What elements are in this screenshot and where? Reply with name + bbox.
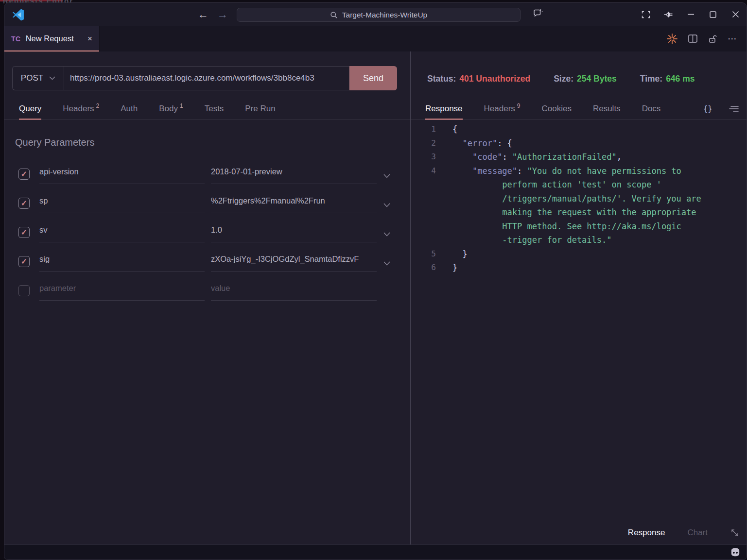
param-name-field[interactable]: sig bbox=[39, 251, 205, 272]
code-line: HTTP method. See http://aka.ms/logic bbox=[411, 220, 747, 234]
tab-label: Auth bbox=[121, 104, 138, 114]
response-panel: Status: 401 Unauthorized Size: 254 Bytes… bbox=[411, 51, 747, 545]
code-line: making the request with the appropriate bbox=[411, 205, 747, 220]
status-bar bbox=[4, 544, 747, 560]
response-tab-headers[interactable]: Headers9 bbox=[484, 98, 521, 119]
code-line: 2 "error": { bbox=[411, 136, 747, 151]
more-actions-icon[interactable]: ⋯ bbox=[728, 33, 738, 44]
method-label: POST bbox=[21, 73, 43, 83]
code-line: /triggers/manual/paths/'. Verify you are bbox=[411, 192, 747, 206]
code-text: making the request with the appropriate bbox=[436, 205, 696, 220]
tab-label: Headers bbox=[63, 104, 94, 114]
query-param-row: ✓sp%2Ftriggers%2Fmanual%2Frun bbox=[4, 188, 410, 218]
param-value: 2018-07-01-preview bbox=[211, 164, 282, 176]
response-tab-results[interactable]: Results bbox=[593, 98, 621, 119]
code-line: 1{ bbox=[411, 122, 747, 136]
param-name-field[interactable]: sp bbox=[39, 193, 205, 213]
param-checkbox-checked[interactable]: ✓ bbox=[18, 169, 30, 180]
param-name-field[interactable]: parameter bbox=[39, 280, 205, 301]
query-param-row: ✓api-version2018-07-01-preview bbox=[4, 159, 410, 188]
close-button[interactable] bbox=[724, 3, 747, 26]
code-text: /triggers/manual/paths/'. Verify you are bbox=[436, 192, 701, 206]
request-tab-body[interactable]: Body1 bbox=[159, 98, 183, 119]
tab-count-badge: 1 bbox=[180, 102, 183, 109]
response-tabs: ResponseHeaders9CookiesResultsDocs {} bbox=[411, 98, 747, 120]
line-number: 5 bbox=[411, 247, 436, 261]
chevron-down-icon[interactable] bbox=[383, 199, 390, 207]
code-text: perform action 'test' on scope ' bbox=[436, 178, 661, 192]
param-checkbox-checked[interactable]: ✓ bbox=[18, 256, 30, 267]
footer-chart-toggle[interactable]: Chart bbox=[687, 528, 708, 538]
request-panel: POST Send QueryHeaders2AuthBody1TestsPre… bbox=[4, 51, 410, 545]
param-name-field[interactable]: sv bbox=[39, 222, 205, 242]
param-value-field[interactable]: zXOa-jsiYg_-I3CjOGdZyl_SnamtaDfizzvF bbox=[211, 251, 377, 272]
editor-tab-new-request[interactable]: TC New Request × bbox=[4, 26, 100, 51]
tab-label: Docs bbox=[642, 104, 661, 114]
request-tab-query[interactable]: Query bbox=[19, 98, 41, 119]
footer-response-toggle[interactable]: Response bbox=[628, 528, 665, 538]
param-value-field[interactable]: %2Ftriggers%2Fmanual%2Frun bbox=[211, 193, 377, 213]
command-center-search[interactable]: Target-Machines-WriteUp bbox=[237, 8, 521, 22]
param-value: %2Ftriggers%2Fmanual%2Frun bbox=[211, 193, 325, 205]
param-checkbox-checked[interactable]: ✓ bbox=[18, 198, 30, 209]
maximize-button[interactable] bbox=[702, 3, 724, 26]
param-checkbox-checked[interactable]: ✓ bbox=[18, 227, 30, 238]
query-param-row: parametervalue bbox=[4, 276, 410, 305]
param-value-field[interactable]: value bbox=[211, 280, 377, 301]
url-field-wrap bbox=[64, 66, 349, 90]
expand-diagonal-icon[interactable] bbox=[730, 528, 740, 538]
code-text: HTTP method. See http://aka.ms/logic bbox=[436, 220, 681, 234]
request-tab-tests[interactable]: Tests bbox=[205, 98, 224, 119]
tab-close-icon[interactable]: × bbox=[87, 34, 92, 44]
line-number bbox=[411, 233, 436, 247]
param-name: sig bbox=[39, 251, 50, 264]
method-select[interactable]: POST bbox=[12, 66, 64, 90]
minimize-button[interactable] bbox=[679, 3, 702, 26]
send-button[interactable]: Send bbox=[349, 66, 397, 90]
line-number: 2 bbox=[411, 136, 436, 151]
split-editor-icon[interactable] bbox=[688, 34, 697, 43]
forward-arrow-icon[interactable]: → bbox=[217, 9, 228, 20]
request-tab-pre-run[interactable]: Pre Run bbox=[245, 98, 275, 119]
starburst-icon[interactable] bbox=[667, 34, 678, 44]
param-name: api-version bbox=[39, 164, 79, 176]
request-tab-auth[interactable]: Auth bbox=[121, 98, 138, 119]
param-value-placeholder: value bbox=[211, 280, 230, 293]
response-tab-docs[interactable]: Docs bbox=[642, 98, 661, 119]
response-tab-cookies[interactable]: Cookies bbox=[542, 98, 572, 119]
response-footer-toggle: Response Chart bbox=[628, 528, 740, 538]
param-checkbox-unchecked[interactable] bbox=[18, 285, 30, 296]
param-name-field[interactable]: api-version bbox=[39, 164, 205, 184]
back-arrow-icon[interactable]: ← bbox=[198, 9, 208, 20]
param-value-field[interactable]: 1.0 bbox=[211, 222, 377, 242]
copilot-status-icon[interactable] bbox=[730, 547, 741, 557]
param-value-field[interactable]: 2018-07-01-preview bbox=[211, 164, 377, 184]
chevron-down-icon[interactable] bbox=[383, 257, 390, 266]
tab-label: Response bbox=[425, 104, 463, 114]
pin-icon[interactable] bbox=[657, 3, 679, 26]
vscode-window: ← → Target-Machines-WriteUp bbox=[4, 2, 747, 560]
line-number: 4 bbox=[411, 164, 436, 178]
tab-label: Pre Run bbox=[245, 104, 275, 114]
response-body-code[interactable]: 1{2 "error": {3 "code": "AuthorizationFa… bbox=[411, 120, 747, 511]
chevron-down-icon[interactable] bbox=[383, 170, 390, 178]
param-name: sv bbox=[39, 222, 48, 235]
line-wrap-icon[interactable] bbox=[729, 105, 739, 112]
request-tab-headers[interactable]: Headers2 bbox=[63, 98, 99, 119]
url-input[interactable] bbox=[64, 73, 349, 83]
copilot-chat-button[interactable] bbox=[532, 7, 551, 19]
line-number: 1 bbox=[411, 122, 436, 136]
tab-label: Query bbox=[19, 104, 41, 114]
chevron-down-icon[interactable] bbox=[383, 228, 390, 237]
response-tab-response[interactable]: Response bbox=[425, 98, 463, 119]
param-value: 1.0 bbox=[211, 222, 222, 235]
editor-area: POST Send QueryHeaders2AuthBody1TestsPre… bbox=[4, 51, 747, 545]
code-line: 5 } bbox=[411, 247, 747, 261]
code-text: } bbox=[436, 261, 457, 275]
format-json-icon[interactable]: {} bbox=[703, 104, 712, 113]
chevron-down-icon bbox=[546, 12, 551, 15]
tab-count-badge: 9 bbox=[517, 102, 521, 109]
search-text: Target-Machines-WriteUp bbox=[342, 11, 427, 19]
unlock-icon[interactable] bbox=[708, 34, 717, 43]
layout-brackets-icon[interactable] bbox=[635, 3, 657, 26]
